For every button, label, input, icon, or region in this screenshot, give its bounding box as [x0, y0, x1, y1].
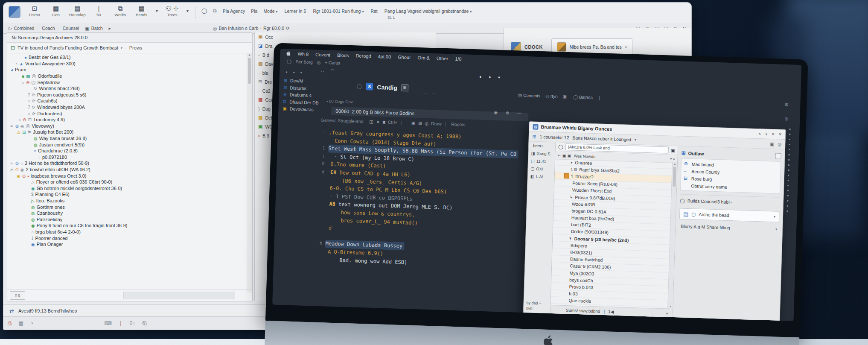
scrollbar-thumb[interactable] — [673, 167, 676, 187]
footer-box[interactable]: ▯ 0 — [10, 291, 25, 300]
refresh-icon[interactable]: ⟳ — [286, 26, 290, 31]
toolbar-combo[interactable]: Pang Laag Vagred wabigrall grabstnandse … — [384, 9, 472, 14]
toolbar-button[interactable]: ⧉ Works — [112, 5, 128, 17]
tree-row[interactable]: ◍ Gortinm ones — [7, 204, 247, 210]
tree-row[interactable]: ○⊖Ⓐ Septadrow — [7, 79, 247, 85]
row-expander-icon[interactable]: ¶ — [571, 174, 574, 178]
toolbar-combo[interactable]: Rat — [370, 9, 377, 14]
tree-row[interactable]: ○ Charduhrue (2.0.8) — [7, 148, 247, 154]
popup-toolbar-combo[interactable]: Bans Nasco cuber it Lounged — [572, 135, 631, 142]
popup-control-icon[interactable]: ∨ — [765, 132, 768, 136]
tree-row[interactable]: 7⟳ Windowed bbyss 200A — [7, 104, 247, 111]
run-button[interactable]: ▣Batch — [85, 26, 102, 31]
row-expander-icon[interactable]: 1 ▤ — [571, 167, 577, 171]
editor-floating-icons[interactable]: ◉ ⊜ — — [494, 110, 525, 116]
toolbar-group-trees[interactable]: ⚇ ⊹ Trees — [164, 5, 181, 17]
tree-row[interactable]: ● Besbt der Ges £0/1) — [7, 54, 247, 61]
apple-menu-icon[interactable] — [286, 50, 291, 56]
toolbar-combo[interactable]: Rgr 1801-001 Run flung ▾ — [313, 9, 364, 14]
status-icon[interactable]: ⎙ — [8, 320, 12, 326]
right-tab[interactable]: ◎rtyn — [545, 94, 558, 99]
tree-row[interactable]: ↻ Wontms hbact 268) — [7, 85, 247, 92]
edge-icon[interactable]: ◎ — [784, 116, 788, 121]
toolbar-button[interactable]: ▦ Bends — [134, 5, 150, 17]
tree-row[interactable]: ≍⊙○ 3 Hot no be thdtdthorford 50-9) — [7, 160, 247, 167]
build-row[interactable]: ◯ Builds Counsel3 hub!~ — [680, 194, 780, 208]
tree-row[interactable]: ◉ Gb notrron mickM oorgbdsnterrorot 36-0… — [7, 185, 247, 191]
action-dropdown[interactable]: ▤ ▢ Arche the bead ▾ — [679, 208, 780, 222]
search-icon[interactable]: ◯ — [201, 8, 207, 14]
left-column-item[interactable]: ◨ Gong S — [528, 149, 555, 158]
document-icon[interactable]: ⧉ — [213, 8, 217, 14]
overflow-dots[interactable]: ● ● ● — [479, 74, 504, 79]
filter-caret-icon[interactable]: ▾ — [121, 46, 122, 50]
tree-row[interactable]: ◍ Patrzoeliday — [7, 216, 247, 222]
tree-row[interactable]: ◍ Justan condivert 5(9)) — [7, 141, 247, 148]
menu-item[interactable]: Covent — [315, 52, 330, 57]
dropdown-caret-icon[interactable]: ▾ — [186, 8, 189, 14]
popup-toolbar-right-icon[interactable]: ▣ — [770, 141, 774, 146]
tree-row[interactable]: ◍ Czanboushy — [7, 210, 247, 216]
menu-item[interactable]: Derogd — [355, 53, 371, 58]
tree-row[interactable]: ◍ Way bana brusat 36-8) — [7, 135, 247, 142]
tree-row[interactable]: ◕ Pram — [7, 67, 247, 73]
right-tab[interactable]: ◯Batrina — [573, 94, 593, 99]
target-icon[interactable]: ◎ — [317, 60, 320, 65]
menu-item[interactable]: Blods — [337, 52, 349, 58]
popup-control-icon[interactable]: ∧ — [758, 132, 761, 136]
toolbar-button[interactable]: ▦ Con — [48, 5, 64, 17]
toolbar-button[interactable]: ⊡ Osmo — [26, 5, 43, 17]
popup-control-icon[interactable]: ✕ — [778, 132, 782, 137]
scroll-up-icon[interactable]: ▲ — [247, 53, 252, 56]
edge-icon[interactable]: ⊠ — [785, 102, 789, 107]
row-expander-icon[interactable]: ↳ — [570, 195, 573, 199]
popup-toolbar-icon[interactable]: ⊞ — [533, 134, 536, 139]
menu-item[interactable]: 1/0 — [455, 56, 462, 61]
status-icon[interactable]: 0+ — [130, 320, 136, 326]
row-expander-icon[interactable]: ▸ — [571, 160, 573, 164]
breadcrumb[interactable]: ▪ 00 Dogs Gov — [326, 99, 353, 104]
run-button[interactable]: Coach — [40, 26, 55, 31]
editor-toolbar-icons2[interactable]: ▣ ⊞ ◎ — [411, 120, 429, 126]
popup-control-icon[interactable]: ✕ — [772, 132, 775, 136]
left-column-item[interactable]: bnm+ — [529, 141, 556, 150]
left-column-item[interactable]: ◧ L.A! — [528, 172, 555, 181]
status-icon[interactable]: ⌨ — [104, 320, 111, 326]
tree-row[interactable]: ■▩Ⓜ Odorfoudlie — [7, 73, 247, 79]
run-status[interactable]: ◎ Ban Infusion o Carb · Rgr £8.0.0 ⟳ — [213, 26, 290, 31]
menu-item[interactable]: Om & — [418, 55, 430, 60]
toolbar-button[interactable]: ❘ b3 — [91, 5, 107, 17]
tree-row[interactable]: △ Floyer or offend ed6 036 C6brt 90-0) — [7, 179, 247, 185]
subheader-right-icons[interactable]: ▾ ≡ — [670, 157, 675, 161]
popup-toolbar-right-icon[interactable]: ◎ — [778, 142, 782, 147]
run-button[interactable]: ▷Combined — [9, 26, 34, 31]
scroll-down-icon[interactable]: ▾ — [668, 305, 673, 308]
toolbar-button[interactable]: ▤ Roundap — [69, 5, 86, 17]
tree-row[interactable]: $ Planning C4 E6) — [7, 191, 247, 198]
run-button[interactable]: Counsel — [61, 26, 79, 31]
circle-icon[interactable]: ◯ — [287, 59, 292, 64]
left-column-item[interactable]: ▢ OX! — [528, 164, 555, 173]
menu2-item2[interactable]: + Gurus — [325, 60, 340, 65]
tree-row[interactable]: ⚠⊞⚑ Jusuig hot Bot 200) — [7, 129, 247, 135]
options-header-box[interactable] — [775, 153, 781, 159]
row-expander-icon[interactable]: ▼ — [568, 236, 572, 240]
toolbar-text-pla-agency[interactable]: Pla Agency — [223, 9, 245, 14]
status-icon[interactable]: ▦ — [19, 320, 23, 326]
right-tab[interactable]: ▣ — [562, 94, 568, 99]
app-icon[interactable] — [9, 6, 20, 18]
filter-dropdown[interactable]: Blurry A.g M Share filting ▾ — [679, 222, 779, 233]
tree-row[interactable]: ◉ Pony 6 fund on our C6 too tragin front… — [7, 222, 247, 229]
subheader-icons[interactable]: ⇐ ▣ ▣ — [558, 153, 571, 158]
active-tab-label[interactable]: Candig — [377, 83, 397, 91]
tree-row[interactable]: ≍⊕◉Ⓡ Viovowwy) — [7, 123, 247, 129]
explorer-scrollbar[interactable]: ▲ — [247, 53, 252, 292]
toolbar-text-pla[interactable]: Pla — [251, 9, 257, 14]
tree-row[interactable]: ○⊖⊡ Trocdomry 4.9) — [7, 117, 247, 123]
search-right-icon[interactable]: ▣ — [671, 148, 675, 153]
toolbar-combo[interactable]: Lerner In 5 — [285, 9, 306, 14]
tree-row[interactable]: ○⟳ Dadrunters) — [7, 110, 247, 117]
panel-list-item[interactable]: ▣ Occ — [255, 32, 436, 41]
tree-row[interactable]: 7⟳ Pigeon cadgeoust 5 s6) — [7, 92, 247, 98]
tree-row[interactable]: ≳⊙◉ 2 bowhd eltdo utlOR (WA 06.2) — [7, 167, 247, 173]
